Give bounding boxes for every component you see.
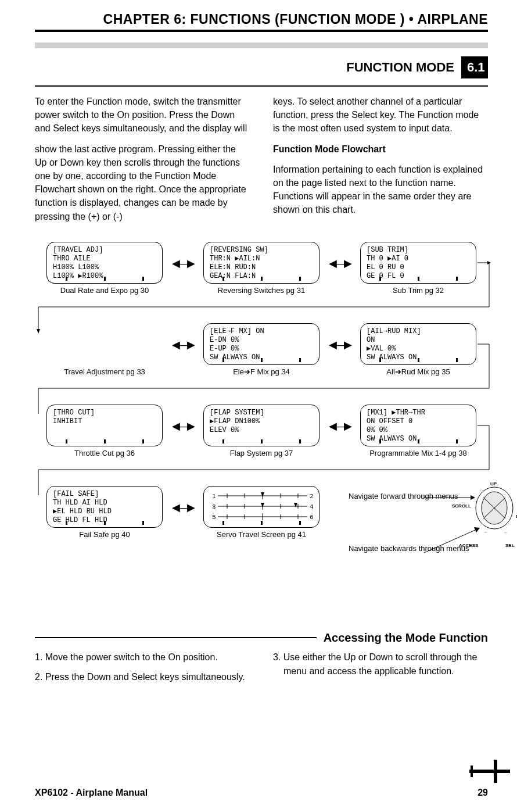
screen-servo: 1 3 5 2 4 6 bbox=[203, 486, 319, 528]
step-2: 2. Press the Down and Select keys simult… bbox=[35, 670, 250, 684]
svg-text:3: 3 bbox=[212, 503, 216, 510]
arrow-icon: ◀—▶ bbox=[172, 501, 193, 514]
ctrl-up-label: UP bbox=[490, 481, 497, 487]
svg-marker-28 bbox=[261, 492, 264, 497]
screen-failsafe: [FAIL SAFE] TH HLD AI HLD ▶EL HLD RU HLD… bbox=[46, 486, 163, 528]
left-para-2: show the last active program. Pressing e… bbox=[35, 142, 250, 223]
step-1: 1. Move the power switch to the On posit… bbox=[35, 650, 250, 664]
ctrl-access-label: ACCESS bbox=[459, 543, 478, 548]
footer-left: XP6102 - Airplane Manual bbox=[35, 788, 148, 798]
flowchart: [D/R & EXP] ▶AILE POS 0 EXP LIN D/R 100%… bbox=[35, 242, 488, 608]
svg-line-33 bbox=[424, 530, 476, 553]
flowchart-heading: Function Mode Flowchart bbox=[273, 142, 488, 156]
lcd-line: THRO AILE bbox=[53, 255, 156, 263]
left-para-1: To enter the Function mode, switch the t… bbox=[35, 95, 250, 135]
ctrl-scroll-label: SCROLL bbox=[452, 503, 471, 509]
section-title: FUNCTION MODE bbox=[346, 60, 454, 75]
lcd-line: [REVERSING SW] bbox=[210, 246, 313, 255]
right-para-1: keys. To select another channel of a par… bbox=[273, 95, 488, 135]
svg-rect-41 bbox=[469, 770, 510, 773]
screen-label-servo: Servo Travel Screen pg 41 bbox=[203, 530, 319, 539]
svg-text:4: 4 bbox=[310, 503, 314, 510]
right-column: keys. To select another channel of a par… bbox=[273, 95, 488, 230]
access-title: Accessing the Mode Function bbox=[324, 631, 488, 645]
footer-right: 29 bbox=[477, 788, 488, 798]
svg-rect-42 bbox=[494, 760, 497, 783]
ctrl-sel-label: SEL bbox=[505, 543, 515, 548]
lcd-line: TH HLD AI HLD bbox=[53, 499, 156, 507]
section-underline bbox=[35, 85, 488, 87]
screen-travel: [TRAVEL ADJ] THRO AILE H100% L100% L100%… bbox=[46, 242, 163, 284]
lcd-line: [ELE→F MX] ON bbox=[210, 327, 313, 336]
airplane-icon bbox=[469, 760, 510, 783]
svg-marker-29 bbox=[261, 503, 264, 507]
rule-gray bbox=[35, 42, 488, 48]
step-3: 3. Use either the Up or Down to scroll t… bbox=[273, 650, 488, 678]
scroll-wheel-icon bbox=[468, 486, 515, 532]
lcd-line: ▶EL HLD RU HLD bbox=[53, 507, 156, 516]
lcd-line: [THRO CUT] bbox=[53, 409, 156, 417]
servo-monitor-icon: 1 3 5 2 4 6 bbox=[210, 490, 314, 523]
section-tab: 6.1 bbox=[461, 56, 488, 78]
lcd-line: H100% L100% bbox=[53, 263, 156, 272]
svg-text:1: 1 bbox=[212, 493, 216, 500]
lcd-line: [SUB TRIM] bbox=[367, 246, 470, 255]
access-line bbox=[35, 637, 317, 638]
svg-marker-30 bbox=[294, 503, 297, 507]
lcd-line: [FLAP SYSTEM] bbox=[210, 409, 313, 417]
screen-label-failsafe: Fail Safe pg 40 bbox=[46, 530, 163, 539]
left-column: To enter the Function mode, switch the t… bbox=[35, 95, 250, 230]
svg-text:5: 5 bbox=[212, 514, 216, 521]
chapter-header: CHAPTER 6: FUNCTIONS (FUNCTION MODE ) • … bbox=[35, 12, 488, 27]
lcd-line: [FAIL SAFE] bbox=[53, 490, 156, 499]
right-para-2: Information pertaining to each function … bbox=[273, 163, 488, 217]
svg-text:6: 6 bbox=[310, 514, 314, 521]
rule-black bbox=[35, 30, 488, 32]
lcd-line: [MX1] ▶THR→THR bbox=[367, 409, 470, 417]
lcd-line: [TRAVEL ADJ] bbox=[53, 246, 156, 255]
lcd-line: [AIL→RUD MIX] bbox=[367, 327, 470, 336]
svg-rect-43 bbox=[471, 766, 473, 777]
svg-text:2: 2 bbox=[310, 493, 314, 500]
